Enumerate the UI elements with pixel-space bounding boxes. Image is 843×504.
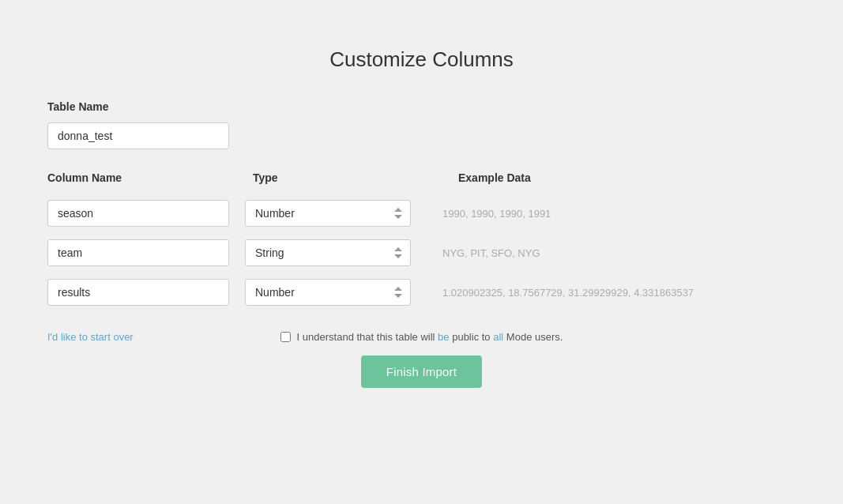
start-over-link[interactable]: I'd like to start over — [47, 331, 134, 343]
column-row-team: Number String Boolean Date NYG, PIT, SFO… — [47, 239, 796, 266]
footer-row: I'd like to start over I understand that… — [47, 331, 796, 343]
column-name-input-results[interactable] — [47, 279, 229, 306]
column-row-season: Number String Boolean Date 1990, 1990, 1… — [47, 200, 796, 227]
columns-section: Column Name Type Example Data Number Str… — [47, 171, 796, 306]
example-data-team: NYG, PIT, SFO, NYG — [442, 247, 796, 259]
table-name-label: Table Name — [47, 100, 796, 113]
table-name-input[interactable] — [47, 122, 229, 149]
table-name-section: Table Name — [47, 100, 796, 149]
column-type-header: Type — [253, 171, 427, 184]
column-name-input-season[interactable] — [47, 200, 229, 227]
example-data-season: 1990, 1990, 1990, 1991 — [442, 208, 796, 220]
footer: I'd like to start over I understand that… — [47, 331, 796, 388]
column-name-input-team[interactable] — [47, 239, 229, 266]
finish-import-button[interactable]: Finish Import — [361, 355, 482, 388]
column-row-results: Number String Boolean Date 1.020902325, … — [47, 279, 796, 306]
main-container: Customize Columns Table Name Column Name… — [16, 32, 827, 419]
checkbox-label[interactable]: I understand that this table will be pub… — [280, 331, 563, 343]
column-example-header: Example Data — [458, 171, 531, 184]
column-name-header: Column Name — [47, 171, 237, 184]
column-type-select-team[interactable]: Number String Boolean Date — [245, 239, 411, 266]
example-data-results: 1.020902325, 18.7567729, 31.29929929, 4.… — [442, 287, 796, 299]
be-text: be — [438, 331, 449, 343]
checkbox-text: I understand that this table will be pub… — [297, 331, 563, 343]
column-type-select-results[interactable]: Number String Boolean Date — [245, 279, 411, 306]
public-checkbox[interactable] — [280, 332, 291, 342]
column-type-select-season[interactable]: Number String Boolean Date — [245, 200, 411, 227]
page-title: Customize Columns — [47, 47, 796, 72]
columns-header: Column Name Type Example Data — [47, 171, 796, 187]
all-text: all — [493, 331, 503, 343]
